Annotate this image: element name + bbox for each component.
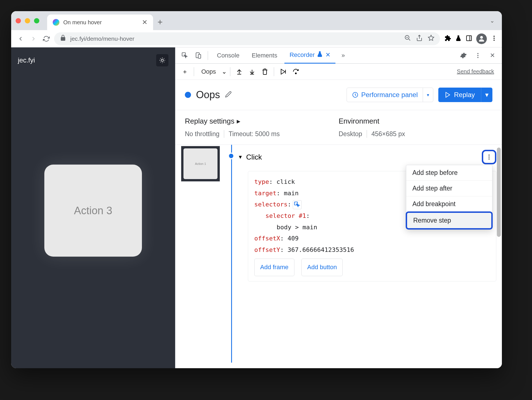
replay-button[interactable]: Replay ▾ xyxy=(438,88,492,102)
replay-dropdown[interactable]: ▾ xyxy=(481,88,492,102)
replay-settings-heading[interactable]: Replay settings ▸ xyxy=(185,117,339,126)
inspect-icon[interactable] xyxy=(179,50,190,61)
environment-heading: Environment xyxy=(339,117,493,126)
selector-value[interactable]: body > main xyxy=(277,224,317,231)
extensions-icon[interactable] xyxy=(444,35,451,43)
profile-avatar[interactable] xyxy=(476,33,487,44)
tab-console[interactable]: Console xyxy=(212,47,245,64)
flask-icon xyxy=(316,51,323,59)
chrome-menu-icon[interactable] xyxy=(491,35,497,43)
svg-point-9 xyxy=(477,53,478,54)
svg-point-14 xyxy=(489,155,490,156)
zoom-out-icon[interactable] xyxy=(404,35,411,43)
svg-point-12 xyxy=(295,73,296,74)
recording-indicator-icon xyxy=(185,92,191,98)
settings-row: Replay settings ▸ No throttling Timeout:… xyxy=(175,110,502,145)
forward-button[interactable] xyxy=(28,34,38,44)
svg-point-2 xyxy=(494,36,495,37)
reload-button[interactable] xyxy=(41,34,51,44)
devtools-tabs: Console Elements Recorder✕ » ✕ xyxy=(175,47,502,64)
labs-icon[interactable] xyxy=(455,35,462,43)
more-tabs-icon[interactable]: » xyxy=(338,50,349,61)
prop-offsety[interactable]: offsetY xyxy=(254,246,280,253)
prop-selectors[interactable]: selectors xyxy=(254,201,287,208)
settings-icon[interactable] xyxy=(458,50,469,61)
step-context-menu: Add step before Add step after Add break… xyxy=(406,165,492,229)
svg-point-3 xyxy=(494,38,495,39)
menu-remove-step[interactable]: Remove step xyxy=(406,211,493,230)
recording-header: Oops Performance panel ▾ Replay ▾ xyxy=(175,80,502,110)
add-recording-button[interactable]: ＋ xyxy=(179,66,190,77)
menu-add-step-after[interactable]: Add step after xyxy=(406,181,492,196)
svg-rect-1 xyxy=(466,36,471,41)
delete-icon[interactable] xyxy=(259,66,270,77)
theme-toggle[interactable] xyxy=(156,54,168,66)
favicon-icon xyxy=(53,19,59,26)
action-card-label: Action 3 xyxy=(74,205,112,217)
svg-rect-8 xyxy=(198,54,201,58)
add-frame-button[interactable]: Add frame xyxy=(254,259,294,276)
back-button[interactable] xyxy=(16,34,26,44)
bookmark-icon[interactable] xyxy=(428,35,434,43)
scrollbar[interactable] xyxy=(497,148,501,365)
timeout-value: Timeout: 5000 ms xyxy=(229,130,280,138)
page-title: jec.fyi xyxy=(18,56,35,64)
chrome-tab-strip: On menu hover ✕ ＋ ⌄ xyxy=(11,11,502,30)
browser-tab[interactable]: On menu hover ✕ xyxy=(47,15,153,30)
step-menu-button[interactable] xyxy=(482,150,496,164)
window-controls xyxy=(16,18,39,23)
rendered-page: jec.fyi Action 3 xyxy=(11,47,175,368)
panel-icon[interactable] xyxy=(466,35,472,43)
chrome-navbar: jec.fyi/demo/menu-hover xyxy=(11,30,502,47)
timeline-node-icon[interactable] xyxy=(229,154,233,158)
tab-title: On menu hover xyxy=(63,19,138,26)
lock-icon xyxy=(60,35,66,43)
maximize-window-icon[interactable] xyxy=(34,18,39,23)
menu-add-breakpoint[interactable]: Add breakpoint xyxy=(406,196,492,212)
action-card[interactable]: Action 3 xyxy=(44,165,142,257)
tab-recorder[interactable]: Recorder✕ xyxy=(284,47,335,64)
svg-point-4 xyxy=(494,40,495,41)
close-devtools-icon[interactable]: ✕ xyxy=(487,50,498,61)
add-button-button[interactable]: Add button xyxy=(301,259,343,276)
step-thumbnail[interactable]: Action 1 xyxy=(181,146,220,182)
recording-title: Oops xyxy=(196,89,220,101)
svg-point-11 xyxy=(477,57,478,58)
prop-type[interactable]: type xyxy=(254,178,269,185)
pick-selector-icon[interactable] xyxy=(293,200,302,209)
device-value: Desktop xyxy=(339,130,362,138)
svg-point-16 xyxy=(489,158,490,160)
close-window-icon[interactable] xyxy=(16,18,21,23)
step-over-icon[interactable] xyxy=(290,66,301,77)
share-icon[interactable] xyxy=(416,35,423,43)
performance-dropdown[interactable]: ▾ xyxy=(423,88,433,102)
prop-offsetx[interactable]: offsetX xyxy=(254,235,280,242)
prop-selector-1[interactable]: selector #1 xyxy=(265,212,306,219)
url-bar[interactable]: jec.fyi/demo/menu-hover xyxy=(54,32,440,45)
chevron-down-icon[interactable]: ⌄ xyxy=(222,68,227,75)
import-icon[interactable] xyxy=(246,66,258,77)
close-tab-icon[interactable]: ✕ xyxy=(325,51,330,59)
viewport-value: 456×685 px xyxy=(371,130,405,138)
tab-elements[interactable]: Elements xyxy=(247,47,282,64)
prop-target[interactable]: target xyxy=(254,190,276,197)
performance-panel-button[interactable]: Performance panel ▾ xyxy=(347,88,434,102)
chevron-right-icon: ▸ xyxy=(237,117,240,126)
edit-title-button[interactable] xyxy=(225,91,232,99)
menu-add-step-before[interactable]: Add step before xyxy=(406,165,492,181)
recording-name-dropdown[interactable]: Oops xyxy=(197,68,220,75)
feedback-link[interactable]: Send feedback xyxy=(457,68,494,75)
device-toggle-icon[interactable] xyxy=(193,50,204,61)
play-step-icon[interactable] xyxy=(277,66,289,77)
close-tab-icon[interactable]: ✕ xyxy=(142,18,147,26)
svg-point-15 xyxy=(489,156,490,158)
step-name: Click xyxy=(246,153,262,162)
new-tab-button[interactable]: ＋ xyxy=(156,16,164,28)
minimize-window-icon[interactable] xyxy=(25,18,30,23)
export-icon[interactable] xyxy=(234,66,245,77)
url-text: jec.fyi/demo/menu-hover xyxy=(70,35,134,42)
tab-overflow-icon[interactable]: ⌄ xyxy=(490,17,495,24)
collapse-step-icon[interactable]: ▼ xyxy=(238,154,243,160)
timeline-line xyxy=(226,145,237,363)
devtools-menu-icon[interactable] xyxy=(472,50,483,61)
